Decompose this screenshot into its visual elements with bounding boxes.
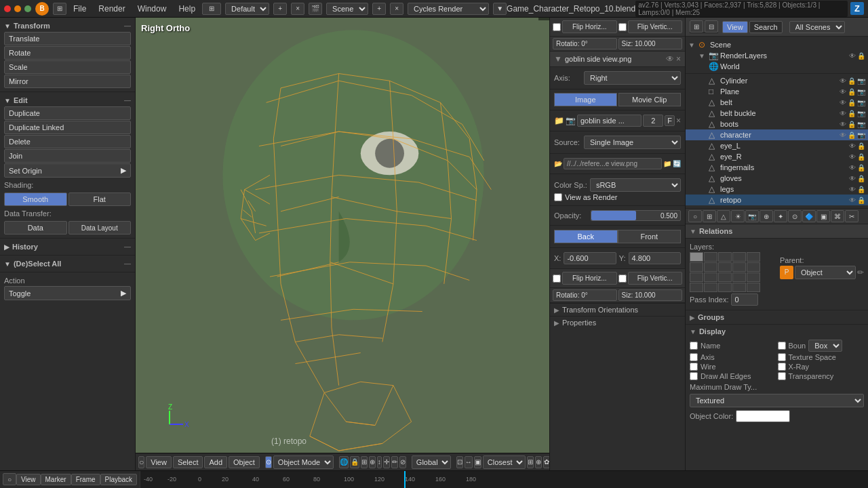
viewport-icon-b[interactable]: ↔ [465,456,473,468]
cyl-render-icon[interactable]: 📷 [857,77,865,85]
viewport-cursor-icon[interactable]: ✛ [383,456,390,468]
relations-section-header[interactable]: ▼ Relations [686,224,868,239]
scene-selector[interactable]: Scene [326,3,368,15]
viewport-lock-icon[interactable]: 🔒 [350,456,359,468]
xray-checkbox[interactable] [778,363,786,371]
view-tab[interactable]: View [722,21,748,33]
layout-add-icon[interactable]: + [273,3,287,15]
gloves-lock-icon[interactable]: 🔒 [857,175,865,182]
menu-window[interactable]: Window [135,3,170,15]
viewport[interactable]: Right Ortho [136,18,549,470]
all-scenes-selector[interactable]: All Scenes [789,21,845,33]
character-item[interactable]: △ character 👁 🔒 📷 [686,129,868,140]
menu-file[interactable]: File [71,3,89,15]
belt-lock-icon[interactable]: 🔒 [848,99,856,106]
scene-icon-b[interactable]: ⊟ [705,20,718,33]
belt-item[interactable]: △ belt 👁 🔒 📷 [686,97,868,108]
duplicate-button[interactable]: Duplicate [4,106,131,120]
transform-options[interactable]: — [124,22,131,30]
search-tab[interactable]: Search [749,21,783,33]
layer-17[interactable] [704,283,717,292]
viewport-snap-icon[interactable]: ↕ [377,456,382,468]
sp-icon-5[interactable]: 📷 [745,210,759,222]
flip-vert-top-check[interactable] [618,23,627,31]
rotation-bot-field[interactable]: Rotatio: 0° [553,289,617,301]
ref-expand-icon[interactable]: ▼ [554,54,562,64]
groups-section-header[interactable]: ▶ Groups [686,310,868,324]
viewport-icon-c[interactable]: ▣ [474,456,481,468]
edit-options[interactable]: — [124,97,131,104]
image-tab[interactable]: Image [554,93,617,106]
cylinder-item[interactable]: △ Cylinder 👁 🔒 📷 [686,75,868,86]
world-item[interactable]: 🌐 World [686,61,868,72]
char-vis-icon[interactable]: 👁 [840,131,846,139]
char-lock-icon[interactable]: 🔒 [848,131,856,139]
movie-clip-tab[interactable]: Movie Clip [618,93,682,106]
viewport-icon-a[interactable]: ⊡ [456,456,463,468]
viewport-brush-icon[interactable]: ✏ [391,456,398,468]
scene-add-icon[interactable]: + [372,3,386,15]
viewport-icon-d[interactable]: ⊞ [527,456,534,468]
color-swatch[interactable] [736,410,790,422]
belt-buckle-item[interactable]: △ belt buckle 👁 🔒 📷 [686,108,868,119]
cyl-vis-icon[interactable]: 👁 [840,77,846,85]
timeline-view-btn[interactable]: View [16,474,41,485]
render-mode-icon[interactable]: 🎬 [309,3,322,15]
layout-selector[interactable]: Default [225,3,269,15]
layer-3[interactable] [718,252,732,262]
data-button[interactable]: Data [4,221,67,235]
layer-12[interactable] [704,272,717,282]
layout-close-icon[interactable]: × [291,3,304,15]
sp-icon-11[interactable]: ⌘ [831,210,844,222]
sp-icon-4[interactable]: ☀ [731,210,745,222]
sp-icon-10[interactable]: ▣ [816,210,830,222]
deselect-header[interactable]: ▼ (De)Select All — [4,258,131,269]
object-mode-selector[interactable]: Object Mode [273,455,334,469]
action-toggle-button[interactable]: Toggle ▶ [4,286,131,300]
plane-item[interactable]: □ Plane 👁 🔒 📷 [686,86,868,97]
minimize-button[interactable] [14,5,21,12]
timeline-mode-icon[interactable]: ○ [3,473,16,485]
boots-item[interactable]: △ boots 👁 🔒 📷 [686,119,868,129]
buckle-vis-icon[interactable]: 👁 [840,110,846,117]
layer-9[interactable] [732,262,746,272]
ref-close-icon[interactable]: × [676,54,681,64]
fingernails-item[interactable]: △ fingernails 👁 🔒 [686,162,868,173]
layer-20[interactable] [747,283,760,292]
boots-lock-icon[interactable]: 🔒 [848,121,856,128]
buckle-render-icon[interactable]: 📷 [857,110,865,117]
eye-l-item[interactable]: △ eye_L 👁 🔒 [686,140,868,151]
data-layout-button[interactable]: Data Layout [68,221,132,235]
render-engine-expand[interactable]: ▼ [493,3,507,15]
layout-icon[interactable]: ⊞ [202,3,221,15]
axis-checkbox[interactable] [690,353,698,361]
scene-close-icon[interactable]: × [390,3,403,15]
render-layers-lock-icon[interactable]: 🔒 [857,52,865,60]
layer-1[interactable] [690,252,703,262]
plane-lock-icon[interactable]: 🔒 [848,88,856,96]
object-mode-icon[interactable]: ⊙ [265,456,272,468]
layer-11[interactable] [690,272,703,282]
eye-l-vis-icon[interactable]: 👁 [849,142,856,150]
layer-4[interactable] [732,252,746,262]
color-sp-selector[interactable]: sRGB [590,178,681,192]
sp-icon-9[interactable]: 🔷 [802,210,816,222]
textured-selector[interactable]: Textured [690,394,864,407]
legs-item[interactable]: △ legs 👁 🔒 [686,184,868,195]
flip-horiz-top-check[interactable] [553,23,561,31]
fn-lock-icon[interactable]: 🔒 [857,164,865,171]
transparency-checkbox[interactable] [778,372,786,380]
menu-help[interactable]: Help [176,3,198,15]
smooth-button[interactable]: Smooth [4,192,67,206]
view-button[interactable]: View [146,456,172,468]
buckle-lock-icon[interactable]: 🔒 [848,110,856,117]
back-button[interactable]: Back [554,230,618,243]
sp-icon-12[interactable]: ✂ [845,210,859,222]
layer-19[interactable] [732,283,746,292]
legs-lock-icon[interactable]: 🔒 [857,186,865,193]
eye-r-lock-icon[interactable]: 🔒 [857,153,865,161]
layer-18[interactable] [718,283,732,292]
boun-selector[interactable]: Box [808,340,842,352]
texture-space-checkbox[interactable] [778,353,786,361]
history-options[interactable]: — [124,243,131,251]
